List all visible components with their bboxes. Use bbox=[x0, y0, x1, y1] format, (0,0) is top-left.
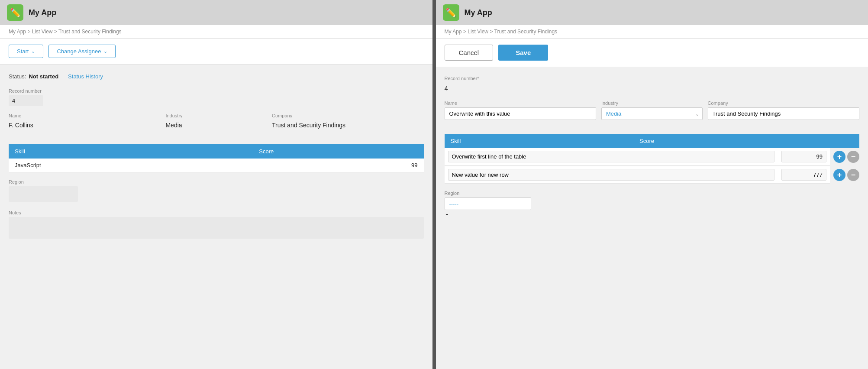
skill-row1-remove-button[interactable]: − bbox=[847, 151, 859, 163]
left-score-col-header: Score bbox=[253, 144, 423, 159]
region-chevron-icon: ⌄ bbox=[445, 210, 449, 217]
left-content: Status: Not started Status History Recor… bbox=[0, 65, 432, 369]
left-skill-cell: JavaScript bbox=[9, 159, 253, 172]
right-panel: ✏️ My App My App > List View > Trust and… bbox=[436, 0, 868, 369]
skill-row1-actions: + − bbox=[833, 151, 859, 163]
table-row bbox=[445, 166, 830, 184]
status-history-link[interactable]: Status History bbox=[68, 73, 103, 80]
left-skill-col-header: Skill bbox=[9, 144, 253, 159]
left-notes-value bbox=[9, 217, 424, 239]
skill-row2-skill-input[interactable] bbox=[448, 169, 775, 181]
skill-row1-skill-cell bbox=[445, 148, 778, 165]
skill-row2-score-input[interactable] bbox=[781, 169, 826, 181]
right-region-select-wrapper: ----- ⌄ bbox=[445, 197, 531, 217]
skill-row1-skill-input[interactable] bbox=[448, 151, 775, 162]
status-row: Status: Not started Status History bbox=[9, 73, 424, 80]
right-skill-table-container: Skill Score bbox=[445, 134, 860, 184]
skill-row1-add-button[interactable]: + bbox=[833, 151, 845, 163]
right-industry-select-wrapper: Media ⌄ bbox=[601, 107, 703, 120]
start-chevron-icon: ⌄ bbox=[31, 49, 35, 54]
right-content: Record number* 4 Name Industry Media ⌄ C… bbox=[436, 67, 868, 369]
right-toolbar: Cancel Save bbox=[436, 39, 868, 67]
left-app-icon: ✏️ bbox=[7, 4, 23, 21]
table-row: JavaScript 99 bbox=[9, 159, 424, 172]
right-name-industry-company-row: Name Industry Media ⌄ Company bbox=[445, 100, 860, 127]
right-app-header: ✏️ My App bbox=[436, 0, 868, 25]
left-company-group: Company Trust and Security Findings bbox=[272, 113, 423, 130]
skill-row1-score-cell bbox=[778, 148, 830, 165]
save-button[interactable]: Save bbox=[498, 45, 548, 61]
left-breadcrumb: My App > List View > Trust and Security … bbox=[0, 25, 432, 39]
left-name-value: F. Collins bbox=[9, 120, 160, 130]
left-skill-table: Skill Score JavaScript 99 bbox=[9, 144, 424, 172]
left-region-group: Region bbox=[9, 179, 424, 203]
right-region-group: Region ----- ⌄ bbox=[445, 191, 860, 217]
left-app-header: ✏️ My App bbox=[0, 0, 432, 25]
right-breadcrumb: My App > List View > Trust and Security … bbox=[436, 25, 868, 39]
right-industry-group: Industry Media ⌄ bbox=[601, 100, 703, 120]
skill-edit-table-row2 bbox=[445, 166, 830, 184]
left-industry-value: Media bbox=[165, 120, 267, 130]
left-toolbar: Start ⌄ Change Assignee ⌄ bbox=[0, 39, 432, 65]
skill-edit-table-row1 bbox=[445, 148, 830, 165]
left-record-number-group: Record number 4 bbox=[9, 88, 424, 106]
skill-row1-score-input[interactable] bbox=[781, 151, 826, 162]
skill-row2-add-button[interactable]: + bbox=[833, 169, 845, 181]
right-skill-col-header: Skill bbox=[445, 134, 634, 148]
start-button[interactable]: Start ⌄ bbox=[9, 45, 43, 58]
skill-row2-skill-cell bbox=[445, 166, 778, 184]
right-region-select[interactable]: ----- bbox=[445, 197, 531, 210]
right-app-icon: ✏️ bbox=[443, 4, 459, 21]
right-name-input[interactable] bbox=[445, 107, 596, 120]
right-industry-select[interactable]: Media bbox=[601, 107, 703, 120]
right-record-number-group: Record number* 4 bbox=[445, 76, 860, 94]
skill-row-1-wrapper: + − bbox=[445, 148, 860, 165]
skill-row2-score-cell bbox=[778, 166, 830, 184]
right-company-group: Company bbox=[708, 100, 859, 120]
left-score-cell: 99 bbox=[253, 159, 423, 172]
right-record-number-value: 4 bbox=[445, 83, 860, 94]
skill-row-2-wrapper: + − bbox=[445, 166, 860, 184]
change-assignee-chevron-icon: ⌄ bbox=[103, 49, 107, 54]
left-panel: ✏️ My App My App > List View > Trust and… bbox=[0, 0, 432, 369]
table-row bbox=[445, 148, 830, 165]
right-company-input[interactable] bbox=[708, 107, 859, 120]
panel-divider bbox=[432, 0, 436, 369]
right-app-title: My App bbox=[465, 8, 492, 17]
right-skill-table-header: Skill Score bbox=[445, 134, 860, 148]
left-region-value bbox=[9, 186, 78, 202]
left-notes-group: Notes bbox=[9, 210, 424, 239]
right-name-group: Name bbox=[445, 100, 596, 120]
left-industry-group: Industry Media bbox=[165, 113, 267, 130]
change-assignee-button[interactable]: Change Assignee ⌄ bbox=[48, 45, 116, 58]
right-score-col-header: Score bbox=[633, 134, 859, 148]
left-name-industry-company-row: Name F. Collins Industry Media Company T… bbox=[9, 113, 424, 137]
cancel-button[interactable]: Cancel bbox=[445, 45, 494, 61]
skill-row2-actions: + − bbox=[833, 169, 859, 181]
left-company-value: Trust and Security Findings bbox=[272, 120, 423, 130]
left-name-group: Name F. Collins bbox=[9, 113, 160, 130]
skill-row2-remove-button[interactable]: − bbox=[847, 169, 859, 181]
left-app-title: My App bbox=[29, 8, 56, 17]
